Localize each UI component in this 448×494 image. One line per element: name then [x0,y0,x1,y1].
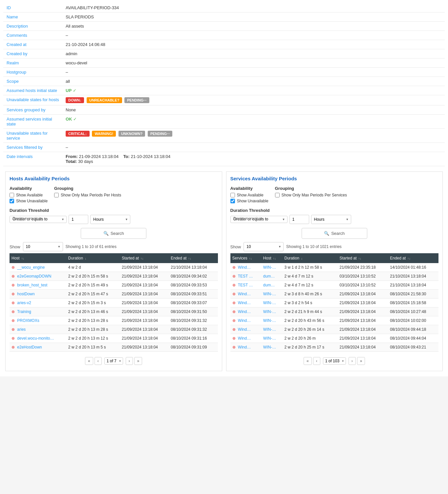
services-col-duration[interactable]: Duration ↓ [282,253,337,263]
hosts-page-last[interactable]: » [134,357,142,365]
table-row: ⊗ hostDown 2 w 2 d 20 h 15 m 47 s 21/09/… [10,290,218,299]
services-show-select-wrapper[interactable]: 10 25 50 100 [244,242,284,251]
services-col-started[interactable]: Started at ↑↓ [337,253,388,263]
service-link[interactable]: Wind… [238,318,251,323]
host-link[interactable]: WIN-… [263,336,276,341]
services-page-select-wrapper[interactable]: 1 of 103 [323,357,346,365]
hosts-page-select[interactable]: 1 of 7 [105,358,123,364]
ended-cell: 08/10/2024 21:58:30 [388,290,438,299]
host-cell: ⊗ devel.wocu-monito… [10,334,66,343]
service-link[interactable]: Wind… [238,265,251,270]
services-show-available-row[interactable]: Show Available [230,193,268,197]
hosts-show-select-wrapper[interactable]: 10 25 50 100 [23,242,63,251]
hosts-search-button[interactable]: 🔍 Search [81,228,146,239]
host-cell: dum… [261,281,283,290]
services-col-host[interactable]: Host ↑↓ [261,253,283,263]
hosts-show-select[interactable]: 10 25 50 100 [23,242,63,251]
hosts-show-available-checkbox[interactable] [10,193,14,197]
host-link[interactable]: e2eGeomapDOWN [17,274,51,279]
host-link[interactable]: dum… [263,274,275,279]
started-cell: 21/09/2024 13:18:04 [120,299,169,307]
host-link[interactable]: WIN-… [263,301,276,305]
hosts-page-next[interactable]: › [126,357,133,365]
host-link[interactable]: WIN-… [263,345,276,349]
host-link[interactable]: e2eHostDown [17,345,42,349]
services-page-info: 1 of 103 [323,357,346,365]
hosts-threshold-input[interactable] [69,215,88,224]
host-link[interactable]: aries [17,327,26,332]
hosts-page-select-wrapper[interactable]: 1 of 7 [104,357,123,365]
realm-value: wocu-devel [62,58,445,68]
hosts-show-unavailable-row[interactable]: Show Unavailable [10,199,48,203]
host-link[interactable]: WIN-… [263,292,276,296]
pending-badge: PENDING··· [124,97,149,103]
info-row-comments: Comments – [3,31,445,40]
service-link[interactable]: TEST … [238,274,253,279]
host-link[interactable]: WIN-… [263,309,276,314]
services-grouping-checkbox[interactable] [275,193,280,197]
services-show-unavailable-checkbox[interactable] [230,199,235,203]
services-show-available-checkbox[interactable] [230,193,235,197]
hosts-show-available-row[interactable]: Show Available [10,193,48,197]
service-link[interactable]: Wind… [238,345,251,349]
services-threshold-select-wrapper[interactable]: Greater or equals to Greater or equals t… [230,216,288,223]
services-col-ended[interactable]: Ended at ↑↓ [388,253,438,263]
host-link[interactable]: dum… [263,283,275,287]
warning-badge: WARNING! [92,131,116,137]
services-grouping-option-row[interactable]: Show Only Max Periods Per Services [275,193,347,197]
hosts-show-unavailable-checkbox[interactable] [10,199,14,203]
host-link[interactable]: WIN-… [263,265,276,270]
services-threshold-input[interactable] [289,215,309,224]
hosts-col-started[interactable]: Started at ↑↓ [120,253,169,263]
hosts-threshold-select-wrapper[interactable]: Greater or equals to Greater or equals t… [10,216,67,223]
service-link[interactable]: Wind… [238,336,251,341]
hosts-page-first[interactable]: « [85,357,93,365]
error-icon: ⊗ [11,327,15,332]
table-row: ⊗ e2eGeomapDOWN 2 w 2 d 20 h 15 m 58 s 2… [10,272,218,281]
services-page-last[interactable]: » [357,357,365,365]
hosts-hours-select-wrapper[interactable]: Hours Minutes Seconds Days [90,215,130,224]
services-show-select[interactable]: 10 25 50 100 [244,242,283,251]
host-link[interactable]: PROXMOXs [17,318,39,323]
error-icon: ⊗ [11,345,15,349]
service-link[interactable]: Wind… [238,309,251,314]
hosts-col-ended[interactable]: Ended at ↑↓ [169,253,218,263]
hosts-page-prev[interactable]: ‹ [95,357,102,365]
host-link[interactable]: WIN-… [263,327,276,332]
services-search-button[interactable]: 🔍 Search [302,228,367,239]
host-link[interactable]: devel.wocu-monito… [17,336,54,341]
host-link[interactable]: WIN-… [263,318,276,323]
info-row-realm: Realm wocu-devel [3,58,445,68]
services-page-next[interactable]: › [349,357,356,365]
host-link[interactable]: __wocu_engine [17,265,45,270]
services-page-select[interactable]: 1 of 103 [323,358,346,364]
services-page-prev[interactable]: ‹ [313,357,320,365]
service-link[interactable]: Wind… [238,292,251,296]
services-show-unavailable-row[interactable]: Show Unavailable [230,199,268,203]
error-icon: ⊗ [11,283,15,287]
service-link[interactable]: Wind… [238,301,251,305]
services-hours-select[interactable]: Hours Minutes Seconds Days [311,215,351,224]
hosts-grouping-option-row[interactable]: Show Only Max Periods Per Hosts [54,193,121,197]
host-link[interactable]: aries-v2 [17,301,31,305]
duration-cell: 2 w 2 d 20 h 13 m 28 s [66,325,120,334]
hosts-col-duration[interactable]: Duration ↓ [66,253,120,263]
service-link[interactable]: Wind… [238,327,251,332]
services-col-service[interactable]: Services ↑↓ [230,253,261,263]
hosts-grouping-checkbox[interactable] [54,193,59,197]
info-row-services-filtered: Services filtered by – [3,143,445,152]
host-link[interactable]: Training [17,309,31,314]
services-page-first[interactable]: « [304,357,312,365]
services-hours-select-wrapper[interactable]: Hours Minutes Seconds Days [311,215,351,224]
hosts-page-info: 1 of 7 [104,357,123,365]
hosts-col-host[interactable]: Host ↑↓ [10,253,66,263]
host-link[interactable]: hostDown [17,292,34,296]
services-grouping-label: Show Only Max Periods Per Services [282,193,347,197]
services-panel-title: Services Availability Periods [230,176,439,181]
services-threshold-row: Greater or equals to Greater or equals t… [230,215,439,224]
host-link[interactable]: broken_host_test [17,283,47,287]
hosts-hours-select[interactable]: Hours Minutes Seconds Days [91,215,130,224]
service-link[interactable]: TEST … [238,283,253,287]
host-cell: ⊗ hostDown [10,290,66,299]
ended-cell: 08/10/2024 09:33:51 [169,290,218,299]
